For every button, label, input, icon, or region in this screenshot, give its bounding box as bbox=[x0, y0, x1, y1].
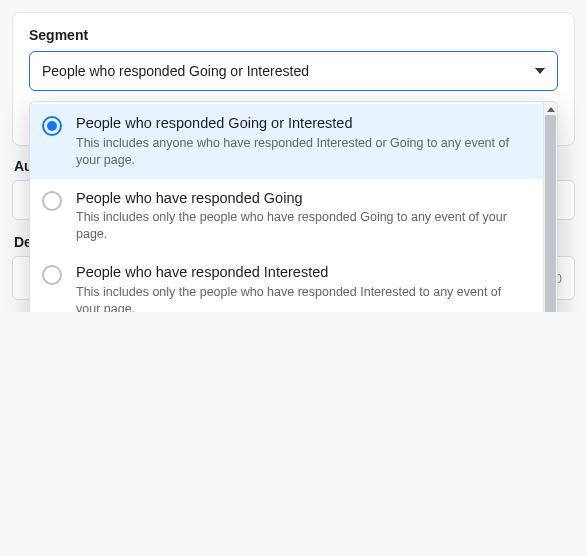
option-title: People who responded Going or Interested bbox=[76, 114, 529, 133]
option-title: People who have responded Going bbox=[76, 189, 529, 208]
radio-icon bbox=[42, 116, 62, 136]
segment-option-interested[interactable]: People who have responded Interested Thi… bbox=[30, 253, 543, 312]
segment-dropdown: People who responded Going or Interested… bbox=[29, 101, 558, 312]
segment-option-going[interactable]: People who have responded Going This inc… bbox=[30, 179, 543, 254]
scroll-up-button[interactable] bbox=[545, 103, 557, 115]
segment-options-list: People who responded Going or Interested… bbox=[30, 102, 543, 312]
segment-option-going-or-interested[interactable]: People who responded Going or Interested… bbox=[30, 104, 543, 179]
option-description: This includes only the people who have r… bbox=[76, 209, 529, 243]
chevron-up-icon bbox=[547, 107, 555, 112]
option-title: People who have responded Interested bbox=[76, 263, 529, 282]
segment-card: Segment People who responded Going or In… bbox=[12, 12, 575, 146]
radio-icon bbox=[42, 191, 62, 211]
radio-icon bbox=[42, 265, 62, 285]
scrollbar-thumb[interactable] bbox=[545, 115, 556, 312]
scrollbar[interactable] bbox=[543, 102, 557, 312]
segment-select[interactable]: People who responded Going or Interested bbox=[29, 51, 558, 91]
chevron-down-icon bbox=[535, 68, 545, 74]
option-description: This includes anyone who have responded … bbox=[76, 135, 529, 169]
option-description: This includes only the people who have r… bbox=[76, 284, 529, 312]
segment-selected-text: People who responded Going or Interested bbox=[42, 63, 309, 79]
segment-label: Segment bbox=[29, 27, 558, 43]
